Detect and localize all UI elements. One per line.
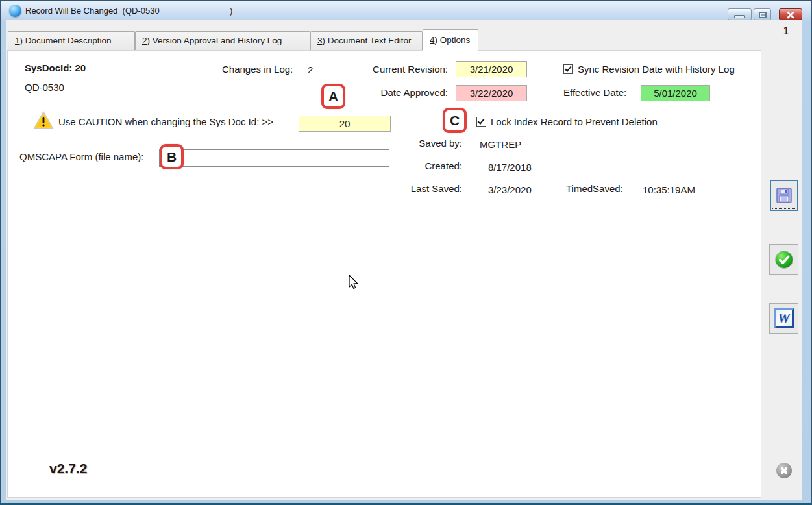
tab-options[interactable]: 4) Options	[423, 29, 478, 51]
sync-revision-label: Sync Revision Date with History Log	[578, 64, 735, 75]
green-check-icon	[774, 250, 794, 269]
tab-document-text-editor[interactable]: 3) Document Text Editor	[310, 31, 423, 50]
saved-by-value: MGTREP	[480, 139, 521, 150]
options-panel: SysDocId: 20 Changes in Log: 2 Current R…	[7, 50, 761, 498]
page-indicator: 1	[780, 25, 793, 37]
cancel-close-button[interactable]	[776, 463, 792, 478]
caution-text: Use CAUTION when changing the Sys Doc Id…	[58, 116, 273, 127]
app-globe-icon	[9, 5, 21, 17]
last-saved-label: Last Saved:	[371, 183, 462, 194]
lock-index-label: Lock Index Record to Prevent Deletion	[491, 116, 658, 127]
tab-label: ) Document Text Editor	[323, 36, 412, 45]
titlebar: Record Will Be Changed (QD-0530 )	[1, 1, 811, 20]
word-icon: W	[774, 308, 794, 328]
sysdocid-value: 20	[75, 62, 86, 73]
effective-date-field[interactable]: 5/01/2020	[641, 85, 710, 101]
app-window: Record Will Be Changed (QD-0530 ) 1 1) D…	[0, 0, 812, 505]
current-revision-label: Current Revision:	[345, 64, 448, 75]
tab-document-description[interactable]: 1) Document Description	[8, 31, 135, 50]
checkbox-checked-icon	[476, 117, 486, 127]
window-title: Record Will Be Changed (QD-0530 )	[25, 6, 232, 16]
date-approved-field[interactable]: 3/22/2020	[456, 85, 527, 101]
timed-saved-value: 10:35:19AM	[643, 184, 695, 195]
created-label: Created:	[371, 160, 462, 171]
annotation-marker-a: A	[321, 84, 345, 109]
sysdocid-label: SysDocId:	[25, 62, 72, 73]
warning-icon	[32, 110, 55, 130]
tab-version-approval-history-log[interactable]: 2) Version Approval and History Log	[135, 31, 310, 50]
open-in-word-button[interactable]: W	[769, 303, 798, 334]
approve-button[interactable]	[769, 244, 798, 275]
last-saved-value: 3/23/2020	[488, 184, 532, 195]
minimize-icon	[734, 15, 745, 18]
sys-doc-id-field[interactable]: 20	[299, 116, 391, 132]
minimize-button[interactable]	[728, 8, 752, 21]
annotation-marker-b: B	[160, 144, 184, 169]
saved-by-label: Saved by:	[371, 138, 462, 149]
checkbox-checked-icon	[563, 64, 573, 74]
close-window-button[interactable]	[779, 8, 802, 21]
current-revision-field[interactable]: 3/21/2020	[456, 61, 527, 77]
tab-label: ) Document Description	[20, 36, 112, 45]
timed-saved-label: TimedSaved:	[566, 183, 623, 194]
lock-index-checkbox[interactable]: Lock Index Record to Prevent Deletion	[476, 116, 658, 127]
changes-in-log-value: 2	[308, 64, 313, 75]
client-area: 1 1) Document Description 2) Version App…	[6, 20, 802, 500]
app-version: v2.7.2	[49, 461, 87, 476]
maximize-icon	[759, 12, 767, 18]
maximize-button[interactable]	[754, 8, 771, 21]
changes-in-log-label: Changes in Log:	[222, 64, 293, 75]
save-record-button[interactable]	[770, 180, 798, 211]
created-value: 8/17/2018	[488, 162, 532, 173]
qmscapa-label: QMSCAPA Form (file name):	[19, 151, 143, 162]
annotation-marker-c: C	[443, 108, 467, 133]
qmscapa-form-input[interactable]	[159, 149, 389, 167]
tab-label: ) Version Approval and History Log	[147, 36, 282, 45]
sync-revision-checkbox[interactable]: Sync Revision Date with History Log	[563, 64, 735, 75]
doc-id-link[interactable]: QD-0530	[25, 82, 64, 93]
focus-rectangle	[772, 182, 796, 209]
sysdocid: SysDocId: 20	[25, 62, 86, 73]
tab-label: ) Options	[435, 35, 471, 45]
date-approved-label: Date Approved:	[345, 87, 448, 98]
effective-date-label: Effective Date:	[563, 87, 626, 98]
